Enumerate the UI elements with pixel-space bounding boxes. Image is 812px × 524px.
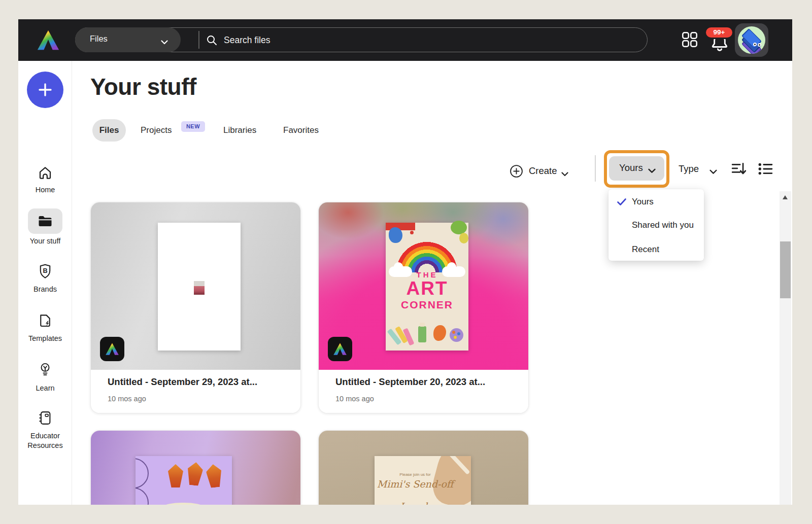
sidebar-item-label: Learn [18, 383, 72, 393]
educator-resources-notebook-icon [38, 410, 53, 428]
highlight-annotation-box [604, 150, 669, 188]
sidebar-item-label: Templates [18, 334, 72, 343]
search-scope-label: Files [90, 34, 108, 44]
thumbnail-text: Mimi's Send-off [375, 478, 456, 490]
sidebar-item-home[interactable]: Home [18, 165, 72, 201]
card-footer: Untitled - September 20, 2023 at... 10 m… [319, 370, 528, 413]
create-label: Create [529, 165, 557, 177]
scrollbar-thumb[interactable] [780, 241, 791, 298]
sidebar-item-label: Educator Resources [20, 431, 71, 450]
account-avatar[interactable] [735, 23, 768, 57]
sidebar-item-educator-resources[interactable]: Educator Resources [18, 410, 72, 466]
avatar-illustration [738, 26, 765, 54]
search-input[interactable] [223, 31, 611, 49]
adobe-express-logo-icon[interactable] [37, 29, 60, 51]
thumbnail-text: Please join us for [375, 472, 456, 477]
top-bar: Files [18, 19, 792, 61]
adobe-express-badge-icon [100, 337, 124, 361]
search-divider [198, 31, 199, 49]
folder-icon [38, 215, 53, 228]
page-title: Your stuff [90, 73, 196, 100]
tab-files[interactable]: Files [92, 119, 126, 142]
home-icon [37, 165, 53, 183]
screenshot-stage: Files [0, 0, 812, 524]
selected-item-background [28, 208, 62, 234]
search-icon [206, 34, 218, 48]
scrollbar-track[interactable] [780, 191, 791, 505]
chevron-down-icon [709, 167, 717, 177]
thumbnail-photo [194, 281, 205, 295]
type-filter-dropdown[interactable]: Type [679, 160, 724, 179]
menu-item-recent[interactable]: Recent [608, 238, 704, 262]
card-footer: Untitled - September 29, 2023 at... 10 m… [91, 370, 300, 413]
file-thumbnail: FOLD YOUR CREATIVITY [91, 431, 300, 505]
svg-text:B: B [43, 267, 47, 274]
type-filter-label: Type [679, 163, 699, 174]
thumbnail-text: Lunch [375, 501, 456, 505]
chevron-down-icon [161, 38, 168, 47]
plus-circle-icon [510, 164, 523, 180]
search-scope-dropdown[interactable]: Files [75, 27, 181, 52]
file-title: Untitled - September 29, 2023 at... [108, 376, 257, 388]
create-new-button[interactable] [27, 72, 63, 108]
file-title: Untitled - September 20, 2023 at... [335, 376, 485, 388]
file-modified-time: 10 mos ago [335, 395, 374, 403]
app-switcher-icon[interactable] [682, 31, 698, 48]
templates-icon [38, 313, 53, 330]
owner-filter-menu: Yours Shared with you Recent [608, 189, 704, 261]
menu-item-label: Recent [632, 244, 659, 255]
notification-count-badge: 99+ [704, 26, 734, 39]
menu-item-label: Shared with you [632, 220, 694, 230]
sidebar-item-label: Brands [18, 285, 72, 294]
menu-item-shared-with-you[interactable]: Shared with you [608, 214, 704, 237]
tab-favorites[interactable]: Favorites [283, 125, 319, 135]
main-content: Your stuff Files Projects NEW Libraries … [72, 61, 792, 505]
file-card[interactable]: Untitled - September 29, 2023 at... 10 m… [90, 202, 301, 413]
list-view-icon[interactable] [758, 162, 773, 177]
scrollbar-up-arrow[interactable] [783, 195, 788, 199]
file-card[interactable]: Please join us for Mimi's Send-off Lunch [318, 430, 529, 505]
browser-app-frame: Files [18, 19, 792, 505]
sidebar-item-brands[interactable]: B Brands [18, 264, 72, 300]
adobe-express-badge-icon [328, 337, 352, 361]
file-card[interactable]: THE ART CORNER Untitled - September 20, … [318, 202, 529, 413]
sidebar-item-label: Your stuff [18, 236, 72, 246]
global-search-bar: Files [75, 27, 648, 52]
new-badge: NEW [181, 121, 205, 132]
tab-projects[interactable]: Projects [141, 125, 172, 135]
file-modified-time: 10 mos ago [108, 395, 146, 403]
left-sidebar: Home Your stuff B Brands [18, 61, 72, 505]
poster-text: ART [386, 278, 468, 299]
menu-item-yours[interactable]: Yours [608, 190, 704, 214]
sort-icon[interactable] [731, 162, 747, 177]
tab-libraries[interactable]: Libraries [223, 125, 256, 135]
file-thumbnail: Please join us for Mimi's Send-off Lunch [319, 431, 528, 505]
sidebar-item-your-stuff[interactable]: Your stuff [18, 208, 72, 248]
poster-text: CORNER [386, 299, 468, 311]
sidebar-item-label: Home [18, 185, 72, 195]
sidebar-item-templates[interactable]: Templates [18, 313, 72, 350]
check-icon [617, 198, 627, 208]
chevron-down-icon [561, 169, 568, 179]
brands-shield-icon: B [38, 264, 52, 281]
toolbar-divider [595, 155, 596, 182]
file-card[interactable]: FOLD YOUR CREATIVITY [90, 430, 301, 505]
learn-lightbulb-icon [38, 362, 52, 379]
menu-item-label: Yours [632, 197, 654, 207]
sidebar-item-learn[interactable]: Learn [18, 362, 72, 399]
